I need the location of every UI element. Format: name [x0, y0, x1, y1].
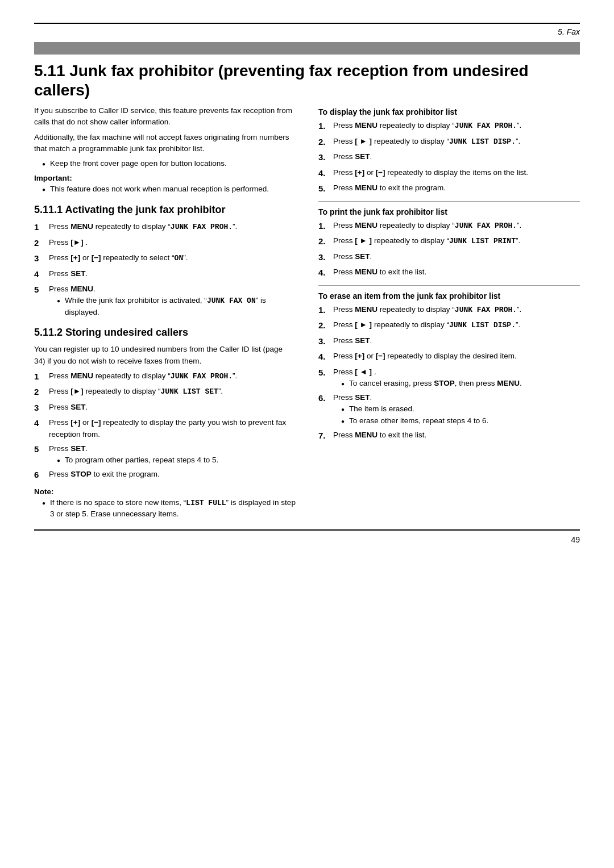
section-512-intro: You can register up to 10 undesired numb…: [34, 344, 296, 367]
step-num: 1: [34, 370, 44, 383]
step-num: 4.: [318, 266, 329, 279]
step-content: Press [►] repeatedly to display “JUNK LI…: [49, 386, 296, 399]
step-num: 4: [34, 417, 44, 440]
step-print-1: 1. Press MENU repeatedly to display “JUN…: [318, 220, 580, 233]
step-511-5-sub: While the junk fax prohibitor is activat…: [49, 295, 296, 318]
step-erase-3: 3. Press SET.: [318, 335, 580, 348]
step-512-5: 5 Press SET. To program other parties, r…: [34, 443, 296, 466]
step-num: 2: [34, 386, 44, 399]
divider-2: [318, 285, 580, 286]
step-disp-2: 2. Press [ ► ] repeatedly to display “JU…: [318, 136, 580, 149]
step-erase-4: 4. Press [+] or [−] repeatedly to displa…: [318, 350, 580, 364]
step-disp-1: 1. Press MENU repeatedly to display “JUN…: [318, 120, 580, 133]
print-steps: 1. Press MENU repeatedly to display “JUN…: [318, 220, 580, 279]
step-num: 4.: [318, 167, 329, 180]
step-content: Press MENU repeatedly to display “JUNK F…: [333, 220, 580, 233]
important-bullet-1: This feature does not work when manual r…: [42, 183, 296, 195]
step-num: 7.: [318, 429, 329, 443]
step-num: 2.: [318, 319, 329, 332]
step-content: Press SET.: [333, 251, 580, 264]
step-num: 5.: [318, 366, 329, 390]
step-erase-7: 7. Press MENU to exit the list.: [318, 429, 580, 443]
display-section-title: To display the junk fax prohibitor list: [318, 107, 580, 116]
step-content: Press SET.: [49, 268, 296, 281]
intro-para-1: If you subscribe to Caller ID service, t…: [34, 105, 296, 128]
step-content: Press SET. To program other parties, rep…: [49, 443, 296, 466]
step-content: Press [+] or [−] repeatedly to display t…: [333, 350, 580, 364]
step-print-2: 2. Press [ ► ] repeatedly to display “JU…: [318, 235, 580, 248]
section-512-title: 5.11.2 Storing undesired callers: [34, 326, 296, 339]
section-511-title: 5.11.1 Activating the junk fax prohibito…: [34, 203, 296, 216]
section-512-steps: 1 Press MENU repeatedly to display “JUNK…: [34, 370, 296, 482]
note-bullets: If there is no space to store new items,…: [34, 497, 296, 520]
print-section-title: To print the junk fax prohibitor list: [318, 207, 580, 216]
top-rule: [34, 23, 580, 24]
step-content: Press MENU repeatedly to display “JUNK F…: [333, 120, 580, 133]
step-num: 1.: [318, 220, 329, 233]
sub-bullet: The item is erased.: [341, 403, 580, 415]
left-column: If you subscribe to Caller ID service, t…: [34, 105, 296, 524]
step-content: Press [ ► ] repeatedly to display “JUNK …: [333, 235, 580, 248]
two-column-layout: If you subscribe to Caller ID service, t…: [34, 105, 580, 524]
intro-para-2: Additionally, the fax machine will not a…: [34, 132, 296, 155]
step-num: 5.: [318, 182, 329, 195]
section-511-steps: 1 Press MENU repeatedly to display “JUNK…: [34, 221, 296, 318]
step-num: 3: [34, 402, 44, 415]
step-print-4: 4. Press MENU to exit the list.: [318, 266, 580, 279]
divider-1: [318, 201, 580, 202]
step-511-2: 2 Press [►] .: [34, 237, 296, 250]
step-num: 2.: [318, 235, 329, 248]
step-erase-5: 5. Press [ ◄ ] . To cancel erasing, pres…: [318, 366, 580, 390]
page: 5. Fax 5.11 Junk fax prohibitor (prevent…: [0, 0, 614, 868]
step-512-2: 2 Press [►] repeatedly to display “JUNK …: [34, 386, 296, 399]
step-num: 6: [34, 469, 44, 482]
step-content: Press SET.: [333, 151, 580, 164]
main-title: 5.11 Junk fax prohibitor (preventing fax…: [34, 61, 580, 99]
step-erase-1: 1. Press MENU repeatedly to display “JUN…: [318, 304, 580, 317]
important-bullets: This feature does not work when manual r…: [34, 183, 296, 195]
erase-steps: 1. Press MENU repeatedly to display “JUN…: [318, 304, 580, 443]
step-content: Press [ ► ] repeatedly to display “JUNK …: [333, 136, 580, 149]
chapter-header: 5. Fax: [34, 27, 580, 36]
step-num: 6.: [318, 392, 329, 427]
step-num: 2: [34, 237, 44, 250]
step-content: Press MENU repeatedly to display “JUNK F…: [49, 221, 296, 234]
step-num: 3.: [318, 251, 329, 264]
step-content: Press MENU. While the junk fax prohibito…: [49, 283, 296, 318]
step-511-4: 4 Press SET.: [34, 268, 296, 281]
step-511-1: 1 Press MENU repeatedly to display “JUNK…: [34, 221, 296, 234]
sub-bullet: To erase other items, repeat steps 4 to …: [341, 415, 580, 427]
step-disp-3: 3. Press SET.: [318, 151, 580, 164]
step-content: Press [+] or [−] repeatedly to display t…: [49, 417, 296, 440]
step-content: Press MENU repeatedly to display “JUNK F…: [333, 304, 580, 317]
step-content: Press MENU to exit the program.: [333, 182, 580, 195]
step-content: Press [►] .: [49, 237, 296, 250]
step-num: 1.: [318, 120, 329, 133]
step-num: 3: [34, 252, 44, 265]
step-num: 3.: [318, 335, 329, 348]
step-num: 4: [34, 268, 44, 281]
step-content: Press MENU to exit the list.: [333, 429, 580, 443]
intro-bullets: Keep the front cover page open for butto…: [34, 158, 296, 169]
step-num: 4.: [318, 350, 329, 364]
step-erase-5-sub: To cancel erasing, press STOP, then pres…: [333, 378, 580, 389]
step-512-4: 4 Press [+] or [−] repeatedly to display…: [34, 417, 296, 440]
step-511-3: 3 Press [+] or [−] repeatedly to select …: [34, 252, 296, 265]
step-512-5-sub: To program other parties, repeat steps 4…: [49, 454, 296, 466]
important-label: Important:: [34, 174, 296, 182]
step-content: Press SET. The item is erased. To erase …: [333, 392, 580, 427]
step-512-6: 6 Press STOP to exit the program.: [34, 469, 296, 482]
step-content: Press STOP to exit the program.: [49, 469, 296, 482]
step-512-3: 3 Press SET.: [34, 402, 296, 415]
step-content: Press [ ► ] repeatedly to display “JUNK …: [333, 319, 580, 332]
step-content: Press [ ◄ ] . To cancel erasing, press S…: [333, 366, 580, 390]
step-num: 5: [34, 283, 44, 318]
step-content: Press MENU repeatedly to display “JUNK F…: [49, 370, 296, 383]
bottom-rule: [34, 529, 580, 531]
step-content: Press SET.: [49, 402, 296, 415]
step-print-3: 3. Press SET.: [318, 251, 580, 264]
sub-bullet: To cancel erasing, press STOP, then pres…: [341, 378, 580, 389]
step-num: 2.: [318, 136, 329, 149]
step-disp-4: 4. Press [+] or [−] repeatedly to displa…: [318, 167, 580, 180]
chapter-title: 5. Fax: [558, 27, 580, 36]
